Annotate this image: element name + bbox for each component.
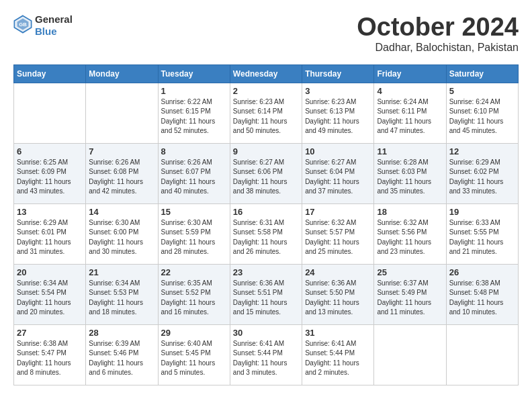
day-number: 6 [17, 146, 83, 156]
column-header-saturday: Saturday [446, 64, 518, 83]
calendar-week-3: 13Sunrise: 6:29 AM Sunset: 6:01 PM Dayli… [14, 203, 519, 264]
calendar-cell: 19Sunrise: 6:33 AM Sunset: 5:55 PM Dayli… [446, 203, 518, 264]
calendar-cell: 3Sunrise: 6:23 AM Sunset: 6:13 PM Daylig… [302, 83, 374, 143]
day-info: Sunrise: 6:31 AM Sunset: 5:58 PM Dayligh… [233, 218, 299, 257]
day-info: Sunrise: 6:28 AM Sunset: 6:03 PM Dayligh… [377, 158, 443, 197]
day-number: 15 [161, 207, 227, 217]
column-header-tuesday: Tuesday [158, 64, 230, 83]
day-info: Sunrise: 6:32 AM Sunset: 5:56 PM Dayligh… [377, 218, 443, 257]
calendar-cell: 17Sunrise: 6:32 AM Sunset: 5:57 PM Dayli… [302, 203, 374, 264]
day-number: 5 [449, 86, 515, 96]
day-info: Sunrise: 6:23 AM Sunset: 6:13 PM Dayligh… [305, 97, 371, 136]
calendar-cell: 22Sunrise: 6:35 AM Sunset: 5:52 PM Dayli… [158, 264, 230, 324]
day-number: 27 [17, 328, 83, 338]
page-header: GB General Blue October 2024 Dadhar, Bal… [13, 13, 519, 54]
calendar-cell: 24Sunrise: 6:36 AM Sunset: 5:50 PM Dayli… [302, 264, 374, 324]
day-info: Sunrise: 6:22 AM Sunset: 6:15 PM Dayligh… [161, 97, 227, 136]
calendar-cell: 25Sunrise: 6:37 AM Sunset: 5:49 PM Dayli… [374, 264, 446, 324]
column-header-thursday: Thursday [302, 64, 374, 83]
day-number: 8 [161, 146, 227, 156]
day-info: Sunrise: 6:34 AM Sunset: 5:54 PM Dayligh… [17, 279, 83, 318]
title-block: October 2024 Dadhar, Balochistan, Pakist… [357, 13, 519, 54]
day-number: 4 [377, 86, 443, 96]
day-info: Sunrise: 6:32 AM Sunset: 5:57 PM Dayligh… [305, 218, 371, 257]
calendar-cell: 7Sunrise: 6:26 AM Sunset: 6:08 PM Daylig… [86, 143, 158, 203]
day-number: 14 [89, 207, 154, 217]
logo-text: General [35, 13, 73, 26]
calendar-cell: 9Sunrise: 6:27 AM Sunset: 6:06 PM Daylig… [230, 143, 302, 203]
day-number: 10 [305, 146, 371, 156]
day-info: Sunrise: 6:34 AM Sunset: 5:53 PM Dayligh… [89, 279, 154, 318]
calendar-cell: 20Sunrise: 6:34 AM Sunset: 5:54 PM Dayli… [14, 264, 86, 324]
calendar-cell: 28Sunrise: 6:39 AM Sunset: 5:46 PM Dayli… [86, 324, 158, 385]
month-title: October 2024 [357, 13, 519, 42]
day-number: 28 [89, 328, 154, 338]
svg-text:GB: GB [19, 21, 27, 28]
location: Dadhar, Balochistan, Pakistan [357, 42, 519, 54]
calendar-week-1: 1Sunrise: 6:22 AM Sunset: 6:15 PM Daylig… [14, 83, 519, 143]
calendar-cell: 2Sunrise: 6:23 AM Sunset: 6:14 PM Daylig… [230, 83, 302, 143]
calendar-week-4: 20Sunrise: 6:34 AM Sunset: 5:54 PM Dayli… [14, 264, 519, 324]
day-info: Sunrise: 6:25 AM Sunset: 6:09 PM Dayligh… [17, 158, 83, 197]
calendar-cell: 21Sunrise: 6:34 AM Sunset: 5:53 PM Dayli… [86, 264, 158, 324]
day-info: Sunrise: 6:24 AM Sunset: 6:10 PM Dayligh… [449, 97, 515, 136]
calendar-cell [14, 83, 86, 143]
day-number: 22 [161, 267, 227, 277]
day-number: 30 [233, 328, 299, 338]
day-info: Sunrise: 6:30 AM Sunset: 5:59 PM Dayligh… [161, 218, 227, 257]
day-number: 26 [449, 267, 515, 277]
column-header-wednesday: Wednesday [230, 64, 302, 83]
calendar-cell [374, 324, 446, 385]
day-info: Sunrise: 6:35 AM Sunset: 5:52 PM Dayligh… [161, 279, 227, 318]
column-header-monday: Monday [86, 64, 158, 83]
day-info: Sunrise: 6:29 AM Sunset: 6:01 PM Dayligh… [17, 218, 83, 257]
calendar-cell: 8Sunrise: 6:26 AM Sunset: 6:07 PM Daylig… [158, 143, 230, 203]
calendar-week-2: 6Sunrise: 6:25 AM Sunset: 6:09 PM Daylig… [14, 143, 519, 203]
calendar-cell: 10Sunrise: 6:27 AM Sunset: 6:04 PM Dayli… [302, 143, 374, 203]
day-info: Sunrise: 6:30 AM Sunset: 6:00 PM Dayligh… [89, 218, 154, 257]
calendar-cell: 26Sunrise: 6:38 AM Sunset: 5:48 PM Dayli… [446, 264, 518, 324]
day-number: 11 [377, 146, 443, 156]
calendar-cell: 23Sunrise: 6:36 AM Sunset: 5:51 PM Dayli… [230, 264, 302, 324]
calendar-cell: 16Sunrise: 6:31 AM Sunset: 5:58 PM Dayli… [230, 203, 302, 264]
calendar-cell: 11Sunrise: 6:28 AM Sunset: 6:03 PM Dayli… [374, 143, 446, 203]
day-number: 25 [377, 267, 443, 277]
calendar-cell: 4Sunrise: 6:24 AM Sunset: 6:11 PM Daylig… [374, 83, 446, 143]
column-header-sunday: Sunday [14, 64, 86, 83]
day-info: Sunrise: 6:26 AM Sunset: 6:07 PM Dayligh… [161, 158, 227, 197]
calendar-cell: 27Sunrise: 6:38 AM Sunset: 5:47 PM Dayli… [14, 324, 86, 385]
day-info: Sunrise: 6:29 AM Sunset: 6:02 PM Dayligh… [449, 158, 515, 197]
calendar-cell [446, 324, 518, 385]
day-info: Sunrise: 6:39 AM Sunset: 5:46 PM Dayligh… [89, 339, 154, 378]
day-info: Sunrise: 6:41 AM Sunset: 5:44 PM Dayligh… [233, 339, 299, 378]
calendar-week-5: 27Sunrise: 6:38 AM Sunset: 5:47 PM Dayli… [14, 324, 519, 385]
day-number: 16 [233, 207, 299, 217]
calendar-cell: 30Sunrise: 6:41 AM Sunset: 5:44 PM Dayli… [230, 324, 302, 385]
day-info: Sunrise: 6:37 AM Sunset: 5:49 PM Dayligh… [377, 279, 443, 318]
calendar-cell: 5Sunrise: 6:24 AM Sunset: 6:10 PM Daylig… [446, 83, 518, 143]
logo: GB General Blue [13, 13, 73, 38]
day-info: Sunrise: 6:33 AM Sunset: 5:55 PM Dayligh… [449, 218, 515, 257]
calendar-cell: 1Sunrise: 6:22 AM Sunset: 6:15 PM Daylig… [158, 83, 230, 143]
day-number: 24 [305, 267, 371, 277]
calendar-cell: 12Sunrise: 6:29 AM Sunset: 6:02 PM Dayli… [446, 143, 518, 203]
day-number: 13 [17, 207, 83, 217]
calendar-cell: 14Sunrise: 6:30 AM Sunset: 6:00 PM Dayli… [86, 203, 158, 264]
calendar-cell: 31Sunrise: 6:41 AM Sunset: 5:44 PM Dayli… [302, 324, 374, 385]
calendar-cell [86, 83, 158, 143]
day-info: Sunrise: 6:38 AM Sunset: 5:47 PM Dayligh… [17, 339, 83, 378]
day-number: 1 [161, 86, 227, 96]
day-info: Sunrise: 6:36 AM Sunset: 5:51 PM Dayligh… [233, 279, 299, 318]
day-info: Sunrise: 6:23 AM Sunset: 6:14 PM Dayligh… [233, 97, 299, 136]
logo-icon: GB [13, 15, 32, 34]
day-number: 23 [233, 267, 299, 277]
logo-blue-text: Blue [35, 26, 73, 38]
day-info: Sunrise: 6:38 AM Sunset: 5:48 PM Dayligh… [449, 279, 515, 318]
day-info: Sunrise: 6:36 AM Sunset: 5:50 PM Dayligh… [305, 279, 371, 318]
day-info: Sunrise: 6:26 AM Sunset: 6:08 PM Dayligh… [89, 158, 154, 197]
column-header-friday: Friday [374, 64, 446, 83]
day-number: 12 [449, 146, 515, 156]
calendar-table: SundayMondayTuesdayWednesdayThursdayFrid… [13, 64, 519, 385]
day-info: Sunrise: 6:27 AM Sunset: 6:06 PM Dayligh… [233, 158, 299, 197]
day-number: 19 [449, 207, 515, 217]
